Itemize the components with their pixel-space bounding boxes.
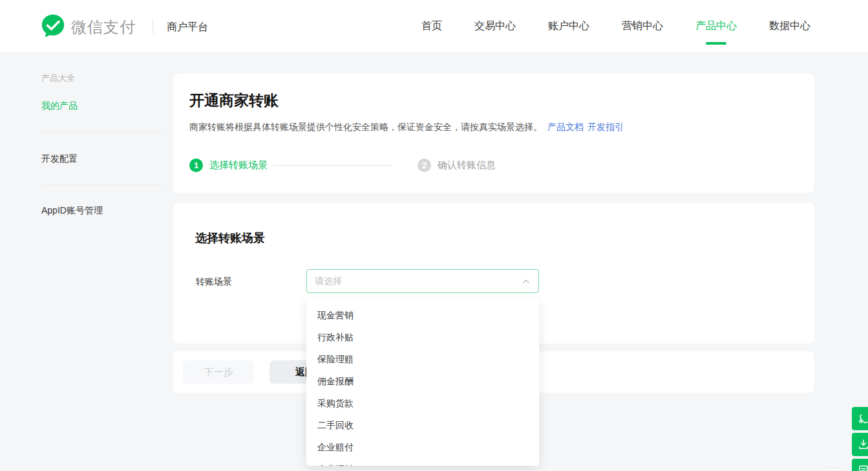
platform-label: 商户平台 xyxy=(167,21,208,34)
step-indicator: 1 选择转账场景 2 确认转账信息 xyxy=(189,159,496,172)
sidebar-item-my-products[interactable]: 我的产品 xyxy=(41,100,78,112)
nav-item-account[interactable]: 账户中心 xyxy=(548,19,589,33)
download-button[interactable] xyxy=(852,433,868,456)
dropdown-option-reimbursement[interactable]: 企业报销 xyxy=(306,458,539,466)
intro-card: 开通商家转账 商家转账将根据具体转账场景提供个性化安全策略，保证资金安全，请按真… xyxy=(173,74,814,193)
form-section-title: 选择转账场景 xyxy=(195,230,265,246)
customer-service-icon xyxy=(857,412,868,425)
wechat-pay-logo-icon[interactable] xyxy=(40,13,66,39)
customer-service-button[interactable] xyxy=(852,407,868,430)
cut-off-text-fragment: ···· xyxy=(827,464,843,470)
intro-description: 商家转账将根据具体转账场景提供个性化安全策略，保证资金安全，请按真实场景选择。 xyxy=(189,122,542,132)
sidebar-item-dev-config[interactable]: 开发配置 xyxy=(41,153,78,165)
dev-guide-link[interactable]: 开发指引 xyxy=(587,122,624,132)
top-header: 微信支付 商户平台 首页 交易中心 账户中心 营销中心 产品中心 数据中心 xyxy=(0,0,868,52)
product-doc-link[interactable]: 产品文档 xyxy=(547,122,584,132)
step-connector-line xyxy=(273,165,393,166)
page: 微信支付 商户平台 首页 交易中心 账户中心 营销中心 产品中心 数据中心 产品… xyxy=(0,0,868,471)
transfer-scenario-field-label: 转账场景 xyxy=(196,276,232,288)
nav-item-transactions[interactable]: 交易中心 xyxy=(474,19,516,33)
feedback-button[interactable] xyxy=(852,459,868,471)
nav-item-products[interactable]: 产品中心 xyxy=(695,19,737,33)
page-title: 开通商家转账 xyxy=(189,91,279,111)
download-icon xyxy=(857,438,868,451)
main-nav: 首页 交易中心 账户中心 营销中心 产品中心 数据中心 xyxy=(421,0,810,52)
intro-description-row: 商家转账将根据具体转账场景提供个性化安全策略，保证资金安全，请按真实场景选择。产… xyxy=(189,122,624,133)
sidebar-divider xyxy=(41,184,162,185)
logo-wordmark: 微信支付 xyxy=(71,17,136,38)
scenario-dropdown-panel: 现金营销 行政补贴 保险理赔 佣金报酬 采购货款 二手回收 企业赔付 企业报销 xyxy=(306,299,539,466)
next-step-button[interactable]: 下一步 xyxy=(183,360,254,384)
step-1-circle: 1 xyxy=(189,159,203,172)
dropdown-option-cash-marketing[interactable]: 现金营销 xyxy=(306,304,539,326)
nav-item-marketing[interactable]: 营销中心 xyxy=(622,19,663,33)
chevron-up-icon xyxy=(522,277,531,286)
header-divider xyxy=(153,19,153,34)
step-2-circle: 2 xyxy=(418,159,431,172)
sidebar-divider xyxy=(41,131,162,132)
transfer-scenario-select[interactable]: 请选择 xyxy=(306,269,539,293)
nav-item-home[interactable]: 首页 xyxy=(421,19,442,33)
dropdown-option-procurement[interactable]: 采购货款 xyxy=(306,392,539,414)
step-1-label: 选择转账场景 xyxy=(209,159,268,171)
select-placeholder-text: 请选择 xyxy=(315,276,522,287)
dropdown-option-secondhand[interactable]: 二手回收 xyxy=(306,414,539,436)
dropdown-option-insurance-claim[interactable]: 保险理赔 xyxy=(306,348,539,370)
floating-button-stack xyxy=(852,407,868,471)
feedback-icon xyxy=(857,464,868,471)
dropdown-option-compensation[interactable]: 企业赔付 xyxy=(306,436,539,458)
dropdown-option-admin-subsidy[interactable]: 行政补贴 xyxy=(306,326,539,348)
step-2-label: 确认转账信息 xyxy=(438,159,496,171)
sidebar-item-appid-management[interactable]: AppID账号管理 xyxy=(41,205,103,217)
dropdown-option-commission[interactable]: 佣金报酬 xyxy=(306,370,539,392)
nav-item-data[interactable]: 数据中心 xyxy=(769,19,810,33)
sidebar-group-label: 产品大全 xyxy=(41,72,75,84)
